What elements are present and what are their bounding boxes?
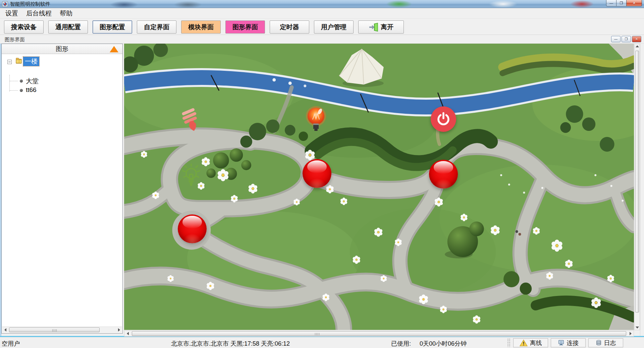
- tree-node-lobby[interactable]: 大堂: [26, 77, 39, 86]
- map-vertical-scrollbar[interactable]: [634, 44, 640, 330]
- title-bar: 智能照明控制软件 — ❐ ✕: [0, 0, 644, 8]
- menu-settings[interactable]: 设置: [1, 8, 22, 19]
- user-management-button[interactable]: 用户管理: [314, 20, 354, 34]
- mdi-close-button[interactable]: ✕: [632, 36, 641, 42]
- usage-value: 0天00小时06分钟: [420, 340, 467, 347]
- maximize-button[interactable]: ❐: [616, 0, 627, 6]
- menu-help[interactable]: 帮助: [56, 8, 76, 19]
- scroll-right-arrow[interactable]: [116, 327, 122, 333]
- log-status-panel[interactable]: 日志: [588, 338, 623, 347]
- tree-node-floor1[interactable]: 一楼: [23, 57, 39, 66]
- current-user-label: 空用户: [2, 340, 20, 348]
- scroll-up-arrow[interactable]: [636, 45, 639, 47]
- scroll-left-arrow[interactable]: [124, 331, 131, 336]
- graphics-tree-panel: 图形 一楼 大堂 tt66: [1, 44, 123, 334]
- tree-connector-line: [10, 90, 18, 91]
- offline-status-panel[interactable]: 离线: [513, 338, 548, 347]
- tree-horizontal-scrollbar[interactable]: [2, 327, 122, 333]
- exit-button[interactable]: 离开: [358, 20, 404, 34]
- menu-background-thread[interactable]: 后台线程: [22, 8, 56, 19]
- scrollbar-thumb[interactable]: [132, 331, 626, 336]
- tree-header-label: 图形: [56, 45, 68, 53]
- search-devices-button[interactable]: 搜索设备: [4, 20, 44, 34]
- scroll-down-arrow[interactable]: [636, 327, 639, 329]
- app-icon: [2, 1, 8, 7]
- tree-bullet-icon: [20, 80, 23, 83]
- exit-button-label: 离开: [381, 23, 393, 32]
- toolbar: 搜索设备 通用配置 图形配置 自定界面 模块界面 图形界面 定时器 用户管理 离…: [0, 19, 644, 35]
- location-daylight-label: 北京市.北京市.北京市 天黑:17:58 天亮:06:12: [171, 340, 290, 348]
- scrollbar-thumb[interactable]: [635, 51, 639, 312]
- scroll-right-arrow[interactable]: [627, 331, 634, 336]
- status-bar: 空用户 北京市.北京市.北京市 天黑:17:58 天亮:06:12 已使用:0天…: [0, 337, 644, 348]
- glow-bulb-marker[interactable]: [305, 106, 327, 134]
- offline-label: 离线: [530, 339, 542, 347]
- usage-time: 已使用:0天00小时06分钟: [391, 340, 467, 348]
- tree-column-header[interactable]: 图形: [2, 44, 122, 54]
- red-sphere-marker-2[interactable]: [429, 160, 458, 189]
- menu-bar: 设置 后台线程 帮助: [0, 8, 644, 19]
- sort-up-triangle-icon: [110, 46, 118, 52]
- power-icon: [435, 111, 451, 127]
- power-toggle-marker[interactable]: [431, 106, 456, 132]
- mdi-restore-button[interactable]: ❐: [622, 36, 631, 42]
- statusbar-grip: [507, 338, 511, 347]
- tree-connector-line: [9, 75, 10, 92]
- application-window: 智能照明控制软件 — ❐ ✕ 设置 后台线程 帮助 搜索设备 通用配置 图形配置…: [0, 0, 644, 348]
- mdi-right-border: [640, 44, 644, 337]
- usage-label: 已使用:: [391, 340, 411, 347]
- module-ui-button[interactable]: 模块界面: [181, 20, 221, 34]
- tree-bullet-icon: [20, 89, 23, 92]
- green-idea-bulb-icon: [181, 163, 201, 188]
- mdi-minimize-button[interactable]: —: [611, 36, 621, 42]
- exit-door-icon: [369, 23, 379, 32]
- scroll-left-arrow[interactable]: [2, 327, 8, 333]
- tree-connector-line: [10, 81, 18, 81]
- custom-ui-button[interactable]: 自定界面: [137, 20, 176, 34]
- mdi-child-title: 图形界面: [5, 37, 25, 43]
- park-map-canvas: [124, 44, 634, 330]
- device-tree: 一楼 大堂 tt66: [2, 54, 122, 327]
- warning-icon: [520, 339, 528, 347]
- red-sphere-marker-3[interactable]: [178, 214, 207, 243]
- tree-collapse-toggle[interactable]: [7, 60, 12, 64]
- folder-icon: [15, 57, 22, 64]
- connect-icon: [558, 340, 565, 346]
- map-horizontal-scrollbar[interactable]: [124, 330, 634, 337]
- timer-button[interactable]: 定时器: [270, 20, 309, 34]
- general-config-button[interactable]: 通用配置: [48, 20, 88, 34]
- graphic-config-button[interactable]: 图形配置: [93, 20, 132, 34]
- log-icon: [596, 340, 602, 346]
- connect-status-panel[interactable]: 连接: [551, 338, 586, 347]
- red-sphere-marker-1[interactable]: [303, 159, 331, 188]
- orange-glow-bulb-icon: [305, 106, 327, 134]
- connect-label: 连接: [567, 339, 579, 347]
- close-button[interactable]: ✕: [626, 0, 642, 6]
- minimize-button[interactable]: —: [606, 0, 616, 6]
- tree-node-tt66[interactable]: tt66: [26, 86, 37, 94]
- graphic-ui-button[interactable]: 图形界面: [225, 20, 265, 34]
- window-title: 智能照明控制软件: [10, 1, 50, 7]
- scrollbar-thumb[interactable]: [9, 328, 100, 332]
- mdi-child-caption: 图形界面 — ❐ ✕: [0, 35, 644, 44]
- green-bulb-marker[interactable]: [181, 163, 201, 188]
- log-label: 日志: [604, 339, 616, 347]
